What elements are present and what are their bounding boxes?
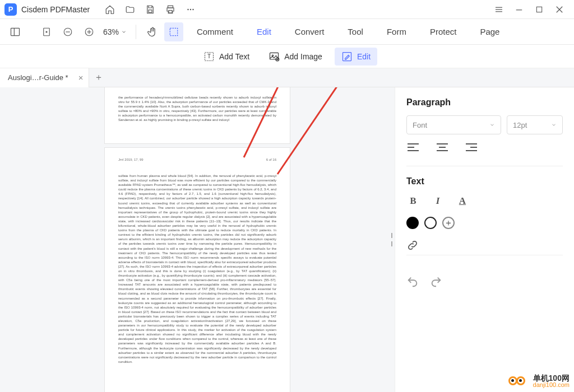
svg-rect-25 (270, 53, 279, 59)
chevron-down-icon (489, 122, 495, 128)
document-tab[interactable]: Auslogi…r-Guide * × (0, 68, 89, 87)
zoom-value: 63% (103, 27, 119, 36)
edit-subtoolbar: T Add Text Add Image Edit (0, 45, 574, 68)
bold-button[interactable]: B (406, 194, 420, 208)
edit-content-label: Edit (357, 52, 371, 61)
edit-content-button[interactable]: Edit (335, 48, 377, 66)
page-header: Jrnl 2019, 17, 99 6 of 16 (105, 148, 290, 166)
align-right-button[interactable] (465, 142, 480, 156)
more-icon[interactable] (183, 2, 198, 17)
menu-icon[interactable] (491, 2, 507, 17)
add-image-button[interactable]: Add Image (262, 48, 329, 66)
svg-rect-10 (536, 7, 541, 12)
tab-form[interactable]: Form (387, 27, 406, 36)
page-header-left: Jrnl 2019, 17, 99 (118, 158, 144, 161)
chevron-down-icon (121, 29, 127, 35)
titlebar: P Cisdem PDFMaster (0, 0, 574, 19)
svg-rect-0 (149, 10, 152, 12)
select-tool-button[interactable] (164, 22, 183, 41)
document-tabstrip: Auslogi…r-Guide * × ＋ (0, 68, 574, 87)
svg-point-3 (187, 8, 188, 10)
app-name: Cisdem PDFMaster (21, 5, 90, 14)
page-header-right: 6 of 16 (266, 158, 276, 161)
app-logo: P (4, 3, 17, 16)
edit-icon (341, 51, 353, 62)
close-window-icon[interactable] (552, 2, 567, 17)
align-center-button[interactable] (436, 142, 451, 156)
add-text-button[interactable]: T Add Text (197, 48, 256, 66)
new-tab-button[interactable]: ＋ (89, 72, 108, 83)
panel-divider (406, 166, 563, 166)
tab-page[interactable]: Page (480, 27, 499, 36)
add-text-label: Add Text (219, 52, 249, 61)
svg-rect-22 (170, 28, 177, 35)
main-toolbar: 63% Comment Edit Convert Tool Form Prote… (0, 19, 574, 45)
add-image-icon (269, 51, 280, 62)
pdf-page-prev[interactable]: the performance of hexadecyl-immobilized… (105, 87, 290, 143)
add-text-icon: T (203, 51, 215, 62)
minimize-icon[interactable] (511, 2, 527, 17)
add-color-button[interactable]: ＋ (442, 217, 455, 229)
page-body-text: sulfate from human plasma and whole bloo… (105, 166, 290, 372)
svg-point-5 (192, 8, 193, 10)
tab-protect[interactable]: Protect (430, 27, 457, 36)
svg-point-26 (272, 55, 274, 57)
add-image-label: Add Image (284, 52, 322, 61)
tab-tool[interactable]: Tool (348, 27, 363, 36)
undo-button[interactable] (406, 276, 420, 289)
svg-point-4 (190, 8, 191, 10)
hand-tool-button[interactable] (143, 22, 162, 41)
watermark-text: 单机100网 (533, 374, 570, 382)
redo-button[interactable] (430, 276, 443, 289)
zoom-out-button[interactable] (58, 22, 77, 41)
document-tab-title: Auslogi…r-Guide * (8, 73, 68, 82)
document-canvas[interactable]: the performance of hexadecyl-immobilized… (0, 87, 395, 392)
tab-comment[interactable]: Comment (197, 27, 233, 36)
properties-panel: Paragraph Font 12pt Text B I A ＋ (395, 87, 574, 392)
font-family-select[interactable]: Font (406, 115, 501, 134)
tab-convert[interactable]: Convert (295, 27, 325, 36)
svg-rect-2 (169, 10, 172, 13)
panel-splitter[interactable] (390, 233, 394, 246)
watermark-url: danji100.com (533, 382, 570, 388)
watermark: 单机100网 danji100.com (508, 373, 570, 389)
page-prev-text: the performance of hexadecyl-immobilized… (105, 87, 290, 130)
mode-tabs: Comment Edit Convert Tool Form Protect P… (197, 27, 500, 36)
align-left-button[interactable] (406, 142, 422, 156)
panel-divider (406, 255, 563, 255)
maximize-icon[interactable] (531, 2, 547, 17)
print-icon[interactable] (163, 2, 178, 17)
svg-text:T: T (207, 53, 211, 59)
zoom-dropdown[interactable]: 63% (103, 27, 127, 36)
save-icon[interactable] (142, 2, 158, 17)
italic-button[interactable]: I (431, 194, 445, 208)
font-size-placeholder: 12pt (513, 121, 527, 129)
font-size-select[interactable]: 12pt (507, 115, 563, 134)
paragraph-section-title: Paragraph (406, 97, 563, 108)
home-icon[interactable] (102, 2, 118, 17)
zoom-in-button[interactable] (80, 22, 99, 41)
text-section-title: Text (406, 176, 563, 186)
thumbnails-button[interactable] (37, 22, 56, 41)
svg-point-16 (46, 31, 47, 32)
workspace: the performance of hexadecyl-immobilized… (0, 87, 574, 392)
tab-edit[interactable]: Edit (257, 27, 271, 36)
color-swatch-white[interactable] (424, 217, 437, 229)
panel-toggle-button[interactable] (6, 22, 25, 41)
watermark-logo-icon (508, 373, 529, 389)
toolbar-divider (136, 25, 136, 39)
insert-link-button[interactable] (406, 239, 563, 251)
open-icon[interactable] (122, 2, 138, 17)
underline-button[interactable]: A (456, 194, 469, 208)
close-tab-icon[interactable]: × (78, 73, 84, 82)
color-swatch-black[interactable] (406, 217, 419, 229)
svg-rect-13 (11, 28, 20, 35)
font-family-placeholder: Font (413, 121, 427, 129)
pdf-page-current[interactable]: Jrnl 2019, 17, 99 6 of 16 sulfate from h… (105, 148, 290, 392)
chevron-down-icon (551, 122, 557, 128)
